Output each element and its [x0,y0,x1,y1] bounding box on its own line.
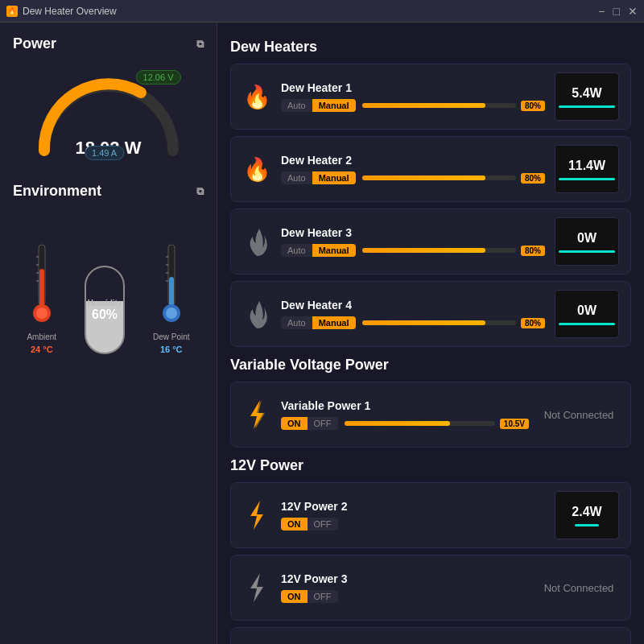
close-button[interactable]: ✕ [628,5,638,18]
12v-power-2-info: 12V Power 2 ON OFF [281,500,545,530]
variable-power-1-on-btn[interactable]: ON [281,417,308,430]
power-section-header: Power ⧉ [13,35,204,52]
variable-power-1-info: Variable Power 1 ON OFF 10.5V [281,399,529,430]
dew-heater-1-name: Dew Heater 1 [281,81,545,94]
humidity-value: 60% [92,308,118,322]
environment-section: Environment ⧉ [13,183,204,354]
environment-title: Environment [13,183,101,200]
title-bar-controls[interactable]: − □ ✕ [598,5,638,18]
12v-power-3-controls: ON OFF [281,590,529,603]
dew-heater-4-mode-group[interactable]: Auto Manual [281,316,356,329]
12v-power-2-bolt-svg [246,500,268,530]
dew-heater-4-manual-btn[interactable]: Manual [312,316,356,329]
env-external-icon[interactable]: ⧉ [196,185,204,198]
12v-power-2-value-box: 2.4W [555,491,619,539]
dew-heater-4-icon [242,296,271,332]
12v-power-3-off-btn[interactable]: OFF [308,590,338,603]
dew-heater-1-slider[interactable]: 80% [362,101,545,111]
power-external-icon[interactable]: ⧉ [196,38,204,51]
dew-heater-3-icon [242,224,271,259]
dewpoint-thermo: Dew Point 16 °C [153,241,190,354]
dew-heater-3-badge: 80% [521,246,545,256]
12v-power-3-name: 12V Power 3 [281,572,529,585]
dew-heater-2-name: Dew Heater 2 [281,154,545,167]
svg-point-3 [36,308,47,319]
dew-heater-4-badge: 80% [521,318,545,328]
dew-heater-3-manual-btn[interactable]: Manual [312,244,356,257]
maximize-button[interactable]: □ [613,5,620,18]
dew-heater-3-track [362,248,516,253]
dew-heater-1-value: 5.4W [572,86,601,101]
12v-power-3-value-box: Not Connected [539,564,619,612]
variable-power-1-state-group[interactable]: ON OFF [281,417,338,430]
dew-heater-3-auto-btn[interactable]: Auto [281,244,312,257]
dew-heater-2-bar [559,178,615,180]
12v-power-2-name: 12V Power 2 [281,500,545,513]
humidity-wrap: Humidity 60% [85,266,125,354]
dew-heater-3-card: Dew Heater 3 Auto Manual 80% 0W [230,208,631,275]
variable-power-1-icon [242,397,271,432]
gauge-wrapper: 18.02 W 12.06 V 1.49 A [28,62,189,167]
dew-heater-1-manual-btn[interactable]: Manual [312,99,356,112]
12v-power-3-bolt-svg [246,572,268,603]
variable-power-1-slider[interactable]: 10.5V [345,419,530,429]
dew-heater-3-mode-group[interactable]: Auto Manual [281,244,356,257]
title-bar: 🔥 Dew Heater Overview − □ ✕ [0,0,644,23]
app-icon: 🔥 [6,6,18,17]
dew-heater-2-info: Dew Heater 2 Auto Manual 80% [281,154,545,184]
dew-heater-2-manual-btn[interactable]: Manual [312,171,356,184]
variable-power-1-not-connected: Not Connected [539,409,619,421]
12v-power-2-off-btn[interactable]: OFF [308,518,338,530]
12v-power-4-card: 12V Power 4 ON OFF Not Connected [230,627,631,644]
12v-power-3-state-group[interactable]: ON OFF [281,590,338,603]
variable-power-1-card: Variable Power 1 ON OFF 10.5V Not Conne [230,382,631,448]
12v-power-2-on-btn[interactable]: ON [281,518,308,530]
dew-heater-4-slider[interactable]: 80% [362,318,545,328]
dew-heater-1-badge: 80% [521,101,545,111]
humidity-oval: Humidity 60% [85,266,125,354]
dew-heater-4-info: Dew Heater 4 Auto Manual 80% [281,299,545,329]
ambient-label: Ambient [27,332,56,341]
ambient-thermo: Ambient 24 °C [27,241,56,354]
dew-heater-3-flame-svg [245,225,269,258]
dew-heater-4-auto-btn[interactable]: Auto [281,316,312,329]
12v-power-2-icon [242,497,271,533]
environment-header: Environment ⧉ [13,183,204,200]
ambient-value: 24 °C [31,345,53,354]
dew-heater-4-name: Dew Heater 4 [281,299,545,312]
dew-heater-2-auto-btn[interactable]: Auto [281,171,312,184]
dew-heater-2-slider[interactable]: 80% [362,173,545,184]
dew-heater-1-card: 🔥 Dew Heater 1 Auto Manual 80% [230,64,631,130]
left-panel: Power ⧉ 18.02 W 12.06 V 1.49 A Environme… [0,23,217,644]
dew-heater-2-value-box: 11.4W [555,145,619,193]
dew-heater-1-track [362,103,516,108]
12v-power-2-controls: ON OFF [281,518,545,530]
main-layout: Power ⧉ 18.02 W 12.06 V 1.49 A Environme… [0,23,644,644]
minimize-button[interactable]: − [598,5,605,18]
dew-heaters-title: Dew Heaters [230,39,631,56]
12v-power-2-state-group[interactable]: ON OFF [281,518,338,530]
12v-power-2-bar [575,524,599,526]
12v-power-3-on-btn[interactable]: ON [281,590,308,603]
12v-power-3-not-connected: Not Connected [539,582,619,594]
variable-power-1-controls: ON OFF 10.5V [281,417,529,430]
12v-power-4-value-box: Not Connected [539,636,619,644]
dew-heater-4-track [362,320,516,325]
12v-power-3-card: 12V Power 3 ON OFF Not Connected [230,555,631,621]
dew-heater-1-auto-btn[interactable]: Auto [281,99,312,112]
dew-heater-2-mode-group[interactable]: Auto Manual [281,171,356,184]
12v-power-2-card: 12V Power 2 ON OFF 2.4W [230,482,631,548]
dewpoint-label: Dew Point [153,332,190,341]
variable-power-1-value-box: Not Connected [539,390,619,439]
variable-power-1-fill [345,421,450,426]
variable-power-1-off-btn[interactable]: OFF [308,417,338,430]
12v-power-title: 12V Power [230,457,631,474]
dew-heater-3-fill [362,248,485,253]
dew-heater-4-fill [362,320,485,325]
dew-heater-4-controls: Auto Manual 80% [281,316,545,329]
dew-heater-3-slider[interactable]: 80% [362,246,545,256]
window-title: Dew Heater Overview [23,6,117,17]
svg-rect-9 [169,277,174,307]
dew-heater-1-mode-group[interactable]: Auto Manual [281,99,356,112]
dew-heater-2-track [362,175,516,180]
